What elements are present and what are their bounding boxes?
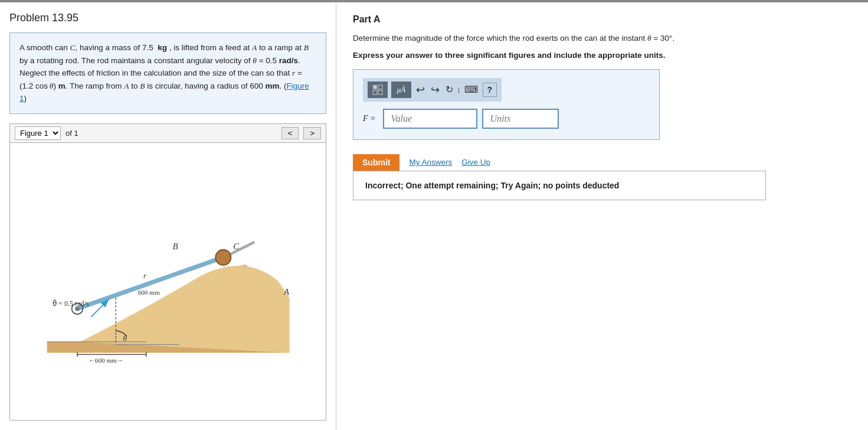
svg-point-8: [215, 250, 231, 265]
my-answers-button[interactable]: My Answers: [409, 158, 452, 167]
help-button[interactable]: ?: [483, 83, 497, 97]
undo-button[interactable]: ↩: [415, 83, 426, 96]
answer-box: μÅ ↩ ↪ ↻ | ⌨ ? F =: [353, 69, 660, 140]
svg-rect-23: [373, 90, 377, 95]
result-box: Incorrect; One attempt remaining; Try Ag…: [353, 171, 766, 200]
format-button[interactable]: [368, 82, 388, 98]
figure-image-area: C B A θ̇ = 0.5 rad/s r 600 mm θ: [9, 143, 326, 421]
value-input[interactable]: [383, 109, 477, 129]
redo-button[interactable]: ↪: [430, 83, 441, 96]
keyboard-button[interactable]: ⌨: [463, 84, 479, 95]
figure-next-button[interactable]: >: [303, 127, 321, 139]
problem-description: Determine the magnitude of the force whi…: [353, 32, 851, 45]
svg-text:θ: θ: [123, 334, 127, 343]
svg-text:B: B: [172, 242, 178, 251]
diagram-svg: C B A θ̇ = 0.5 rad/s r 600 mm θ: [27, 198, 310, 364]
action-row: Submit My Answers Give Up: [353, 154, 851, 171]
units-input[interactable]: [482, 109, 559, 129]
submit-button[interactable]: Submit: [353, 154, 399, 171]
give-up-button[interactable]: Give Up: [461, 158, 490, 167]
problem-statement: A smooth can C, having a mass of 7.5 kg …: [9, 32, 326, 114]
refresh-button[interactable]: ↻: [444, 84, 454, 95]
answer-toolbar: μÅ ↩ ↪ ↻ | ⌨ ?: [363, 78, 502, 102]
svg-text:←600 mm→: ←600 mm→: [88, 357, 123, 364]
f-label: F =: [363, 114, 376, 123]
figure-prev-button[interactable]: <: [281, 127, 299, 139]
figure-select[interactable]: Figure 1: [15, 126, 61, 140]
mu-button[interactable]: μÅ: [391, 82, 411, 98]
svg-text:C: C: [233, 242, 240, 251]
svg-rect-21: [373, 85, 377, 89]
express-instruction: Express your answer to three significant…: [353, 51, 851, 60]
svg-rect-22: [378, 85, 382, 89]
svg-text:600 mm: 600 mm: [137, 289, 159, 297]
problem-title: Problem 13.95: [9, 12, 326, 24]
part-a-title: Part A: [353, 14, 851, 25]
svg-rect-24: [378, 90, 382, 95]
svg-text:A: A: [283, 288, 290, 297]
figure-of-text: of 1: [65, 129, 78, 138]
figure-controls: Figure 1 of 1 < >: [9, 123, 326, 143]
svg-text:r: r: [143, 272, 147, 281]
input-row: F =: [363, 109, 650, 129]
separator: |: [458, 86, 460, 93]
svg-text:θ̇ = 0.5 rad/s: θ̇ = 0.5 rad/s: [53, 299, 89, 308]
